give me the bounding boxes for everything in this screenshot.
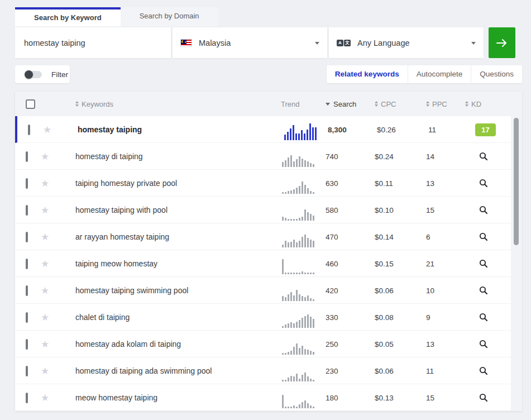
table-row[interactable]: ★ meow homestay taiping 180 $0.13 15 (15, 384, 522, 411)
analyze-difficulty-magnifier-icon[interactable] (473, 206, 494, 214)
search-volume: 580 (326, 206, 375, 214)
country-select[interactable]: ★ Malaysia (173, 27, 327, 58)
search-volume: 180 (326, 394, 375, 402)
search-volume: 460 (326, 260, 375, 268)
keyword-text: homestay taiping swimming pool (64, 286, 271, 295)
table-row[interactable]: ★ homestay taiping with pool 580 $0.10 1… (15, 197, 522, 223)
language-select[interactable]: A文 Any Language (329, 27, 484, 58)
row-checkbox[interactable] (26, 259, 28, 269)
table-row[interactable]: ★ homestay ada kolam di taiping 250 $0.0… (15, 331, 522, 357)
table-row[interactable]: ★ ar rayyan homestay taiping 470 $0.14 6 (15, 223, 522, 250)
chevron-down-icon (315, 42, 319, 45)
cpc-value: $0.13 (375, 394, 426, 402)
row-checkbox[interactable] (26, 312, 28, 323)
star-icon[interactable]: ★ (43, 124, 66, 136)
filter-toggle-chip[interactable]: Filter (15, 65, 70, 83)
column-header-search[interactable]: Search (326, 100, 375, 108)
malaysia-flag-icon: ★ (180, 39, 192, 47)
analyze-difficulty-magnifier-icon[interactable] (473, 152, 494, 161)
keyword-text: homestay taiping (66, 125, 273, 134)
table-row[interactable]: ★ homestay di taiping ada swimming pool … (15, 357, 522, 384)
row-checkbox[interactable] (26, 178, 28, 189)
search-volume: 330 (326, 313, 375, 322)
table-row[interactable]: ★ homestay taiping swimming pool 420 $0.… (15, 277, 522, 304)
column-header-kd[interactable]: KD (465, 100, 522, 108)
column-header-cpc[interactable]: CPC (375, 100, 426, 108)
search-volume: 230 (326, 367, 375, 375)
star-icon[interactable]: ★ (41, 258, 64, 270)
row-checkbox[interactable] (26, 232, 28, 242)
table-header: Keywords Trend Search CPC PPC KD (15, 92, 522, 116)
table-row[interactable]: ★ taiping meow homestay 460 $0.15 21 (15, 250, 522, 277)
cpc-value: $0.14 (375, 233, 426, 241)
star-icon[interactable]: ★ (41, 365, 64, 377)
star-icon[interactable]: ★ (41, 392, 64, 404)
trend-sparkline (282, 255, 314, 274)
keyword-text: homestay taiping with pool (64, 206, 271, 214)
table-row[interactable]: ★ chalet di taiping 330 $0.08 9 (15, 304, 522, 331)
analyze-difficulty-magnifier-icon[interactable] (473, 232, 494, 241)
search-submit-button[interactable] (489, 27, 515, 58)
keyword-search-input[interactable]: homestay taiping (15, 27, 171, 58)
analyze-difficulty-magnifier-icon[interactable] (473, 393, 494, 402)
cpc-value: $0.08 (375, 313, 426, 322)
tab-related-keywords[interactable]: Related keywords (327, 65, 408, 83)
analyze-difficulty-magnifier-icon[interactable] (473, 286, 494, 295)
cpc-value: $0.06 (375, 287, 426, 295)
star-icon[interactable]: ★ (41, 151, 64, 163)
search-mode-tabs: Search by Keyword Search by Domain (15, 7, 522, 26)
star-icon[interactable]: ★ (41, 204, 64, 216)
filter-toggle-switch[interactable] (25, 71, 42, 78)
select-all-checkbox[interactable] (26, 99, 35, 109)
analyze-difficulty-magnifier-icon[interactable] (473, 179, 494, 188)
sort-icon (465, 101, 468, 107)
ppc-value: 6 (426, 233, 465, 241)
trend-sparkline (282, 228, 314, 247)
row-checkbox[interactable] (26, 205, 28, 216)
column-header-keywords[interactable]: Keywords (64, 100, 271, 108)
search-bar: homestay taiping ★ Malaysia A文 Any Langu… (15, 27, 522, 58)
chevron-down-icon (471, 42, 476, 45)
table-row[interactable]: ★ homestay di taiping 740 $0.24 14 (15, 143, 522, 170)
star-icon[interactable]: ★ (41, 285, 64, 297)
star-icon[interactable]: ★ (41, 312, 64, 323)
ppc-value: 9 (426, 313, 465, 322)
tab-search-by-domain[interactable]: Search by Domain (121, 7, 218, 26)
table-row[interactable]: ★ homestay taiping 8,300 $0.26 11 17 (15, 116, 522, 143)
scrollbar-thumb[interactable] (514, 118, 519, 245)
scrollbar-track[interactable] (511, 116, 522, 411)
sort-icon (75, 101, 79, 107)
column-header-ppc[interactable]: PPC (426, 100, 465, 108)
star-icon[interactable]: ★ (41, 178, 64, 189)
arrow-right-icon (496, 39, 508, 47)
row-checkbox[interactable] (26, 393, 28, 403)
tab-questions[interactable]: Questions (471, 65, 522, 83)
keyword-text: taiping homestay private pool (64, 179, 271, 188)
search-volume: 250 (326, 340, 375, 349)
table-body: ★ homestay taiping 8,300 $0.26 11 17 ★ h… (15, 116, 522, 411)
ppc-value: 21 (426, 260, 465, 268)
analyze-difficulty-magnifier-icon[interactable] (473, 259, 494, 268)
tab-search-by-keyword[interactable]: Search by Keyword (15, 7, 121, 26)
analyze-difficulty-magnifier-icon[interactable] (473, 340, 494, 349)
keyword-text: homestay di taiping (64, 152, 271, 161)
cpc-value: $0.11 (375, 179, 426, 188)
row-checkbox[interactable] (26, 339, 28, 350)
kd-score-badge[interactable]: 17 (475, 123, 496, 136)
row-checkbox[interactable] (26, 151, 28, 162)
keyword-text: taiping meow homestay (64, 259, 271, 268)
analyze-difficulty-magnifier-icon[interactable] (473, 366, 494, 375)
ppc-value: 14 (426, 152, 465, 161)
search-volume: 630 (326, 179, 375, 188)
language-select-value: Any Language (357, 39, 410, 47)
keyword-tool-page: Search by Keyword Search by Domain homes… (15, 7, 522, 411)
analyze-difficulty-magnifier-icon[interactable] (473, 313, 494, 322)
filter-label: Filter (51, 70, 68, 79)
row-checkbox[interactable] (26, 366, 28, 376)
star-icon[interactable]: ★ (41, 338, 64, 350)
table-row[interactable]: ★ taiping homestay private pool 630 $0.1… (15, 170, 522, 197)
row-checkbox[interactable] (28, 125, 30, 135)
row-checkbox[interactable] (26, 285, 28, 296)
star-icon[interactable]: ★ (41, 231, 64, 243)
tab-autocomplete[interactable]: Autocomplete (408, 65, 471, 83)
